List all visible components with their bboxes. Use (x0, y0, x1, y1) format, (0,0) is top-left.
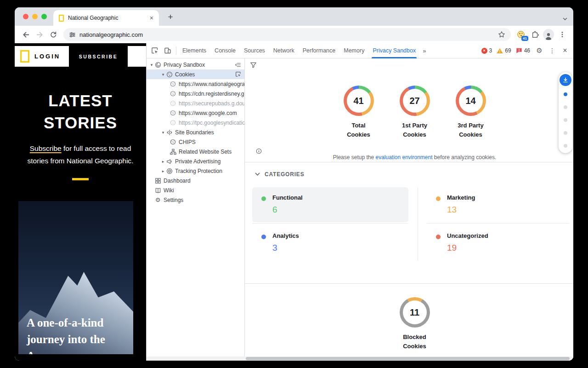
profile-avatar-icon[interactable] (542, 28, 555, 41)
tab-network[interactable]: Network (269, 43, 299, 58)
scrollbar-thumb[interactable] (246, 357, 570, 360)
promo-text: Subscribe for full access to read storie… (15, 143, 146, 167)
nav-dot[interactable] (564, 131, 567, 135)
warning-badge[interactable]: 69 (497, 47, 511, 54)
issues-badge[interactable]: 46 (516, 47, 530, 54)
filter-funnel-icon[interactable] (250, 62, 257, 69)
tab-performance[interactable]: Performance (299, 43, 340, 58)
devtools-settings-gear-icon[interactable]: ⚙ (533, 44, 546, 57)
nav-dot[interactable] (564, 118, 567, 122)
tab-close-icon[interactable]: × (148, 14, 155, 22)
categories-section-header[interactable]: CATEGORIES (255, 171, 304, 178)
cookie-domain-icon (170, 90, 176, 97)
new-tab-button[interactable]: + (164, 11, 176, 23)
tree-item-chips[interactable]: CHIPS (147, 137, 244, 147)
inspect-icon[interactable] (148, 44, 161, 57)
psat-extension-icon[interactable]: 41 (514, 28, 527, 41)
horizontal-scrollbar[interactable] (147, 356, 573, 361)
download-report-button[interactable] (560, 74, 571, 86)
tree-item-domain[interactable]: https://www.google.com (147, 108, 244, 118)
bookmark-star-icon[interactable] (498, 31, 505, 38)
category-card-uncategorized[interactable]: Uncategorized 19 (427, 225, 569, 260)
category-card-functional[interactable]: Functional 6 (252, 187, 408, 222)
chevron-expanded-icon[interactable]: ▾ (160, 130, 166, 135)
cookie-donuts: 41 TotalCookies 27 1st PartyCookies (256, 86, 573, 139)
privacy-sandbox-icon (154, 61, 161, 68)
tab-elements[interactable]: Elements (178, 43, 210, 58)
browser-menu-icon[interactable] (556, 28, 569, 41)
forward-icon[interactable] (33, 28, 46, 41)
category-dot (261, 196, 266, 201)
reload-icon[interactable] (47, 28, 60, 41)
tree-item-cookies[interactable]: ▾ Cookies (147, 69, 244, 79)
tree-item-domain[interactable]: https://cdn.registerdisney.go.com (147, 89, 244, 98)
download-icon (562, 77, 569, 83)
chevron-expanded-icon[interactable]: ▾ (149, 63, 154, 67)
subscribe-link[interactable]: Subscribe (30, 144, 62, 152)
tree-item-domain[interactable]: https://tpc.googlesyndication.com (147, 118, 244, 127)
nav-dot[interactable] (564, 105, 567, 109)
natgeo-logo[interactable] (20, 50, 29, 63)
chevron-expanded-icon[interactable]: ▾ (160, 72, 166, 77)
tab-strip: National Geographic × + (15, 7, 573, 26)
tree-item-site-boundaries[interactable]: ▾ Site Boundaries (147, 127, 244, 137)
donut-value: 41 (347, 89, 371, 113)
tab-console[interactable]: Console (210, 43, 240, 58)
inspect-element-icon[interactable] (235, 71, 241, 77)
minimize-window-button[interactable] (32, 14, 38, 19)
category-card-analytics[interactable]: Analytics 3 (252, 225, 408, 260)
tab-memory[interactable]: Memory (339, 43, 368, 58)
evaluation-environment-link[interactable]: evaluation environment (375, 154, 432, 161)
chevron-collapsed-icon[interactable]: ▸ (160, 159, 166, 164)
devtools-menu-icon[interactable]: ⋮ (546, 44, 559, 57)
yellow-divider (72, 178, 89, 180)
section-nav-dots (564, 92, 567, 148)
tab-privacy-sandbox[interactable]: Privacy Sandbox (368, 43, 420, 58)
tree-item-privacy-sandbox[interactable]: ▾ Privacy Sandbox (147, 60, 244, 69)
url-text: nationalgeographic.com (79, 31, 143, 38)
extensions-puzzle-icon[interactable] (528, 28, 541, 41)
tree-item-domain[interactable]: https://www.nationalgeographic.com (147, 79, 244, 89)
story-title[interactable]: A one-of-a-kind journey into the Amazon (27, 315, 105, 354)
subscribe-button[interactable]: SUBSCRIBE (69, 46, 128, 67)
tree-item-settings[interactable]: ⚙ Settings (147, 195, 244, 205)
tree-item-wiki[interactable]: Wiki (147, 185, 244, 195)
cookie-domain-icon (170, 100, 176, 107)
tree-item-tracking-protection[interactable]: ▸ Tracking Protection (147, 166, 244, 176)
privacy-sandbox-tree: ▾ Privacy Sandbox ▾ Cookies https://www.… (147, 58, 245, 361)
tree-item-related-website-sets[interactable]: Related Website Sets (147, 147, 244, 156)
nav-dot[interactable] (564, 144, 567, 148)
category-dot (436, 235, 441, 239)
category-card-marketing[interactable]: Marketing 13 (427, 187, 569, 222)
tab-search-chevron-icon[interactable] (562, 16, 568, 22)
sitemap-icon (170, 148, 176, 155)
status-badges: × 3 69 46 (479, 47, 533, 54)
nav-dot-active[interactable] (564, 92, 567, 96)
blocked-cookies-section: 11 BlockedCookies (256, 297, 573, 351)
tree-item-domain[interactable]: https://securepubads.g.doubleclick.net (147, 98, 244, 108)
device-toolbar-icon[interactable] (161, 44, 174, 57)
more-tabs-icon[interactable]: » (420, 47, 429, 54)
donut-blocked-cookies: 11 BlockedCookies (392, 297, 438, 351)
devtools-close-icon[interactable]: × (559, 44, 571, 57)
back-icon[interactable] (19, 28, 32, 41)
cookie-domain-icon (170, 80, 176, 87)
url-bar[interactable]: nationalgeographic.com (63, 28, 511, 41)
dashboard-grid-icon (154, 177, 161, 184)
row-divider (252, 223, 408, 224)
donut-chart: 41 (344, 86, 374, 116)
site-info-icon[interactable] (69, 31, 76, 38)
chevron-collapsed-icon[interactable]: ▸ (160, 169, 166, 173)
psat-dashboard: 41 TotalCookies 27 1st PartyCookies (245, 58, 573, 361)
error-badge[interactable]: × 3 (481, 47, 492, 54)
close-window-button[interactable] (23, 14, 28, 19)
zoom-window-button[interactable] (41, 14, 47, 19)
devtools-panel: Elements Console Sources Network Perform… (146, 43, 573, 361)
login-link[interactable]: LOGIN (34, 53, 60, 60)
tree-item-private-advertising[interactable]: ▸ Private Advertising (147, 156, 244, 166)
chevron-down-icon (255, 172, 260, 176)
sidebar-toggle-icon[interactable] (235, 62, 241, 68)
tree-item-dashboard[interactable]: Dashboard (147, 176, 244, 185)
browser-tab[interactable]: National Geographic × (53, 10, 159, 26)
tab-sources[interactable]: Sources (240, 43, 269, 58)
